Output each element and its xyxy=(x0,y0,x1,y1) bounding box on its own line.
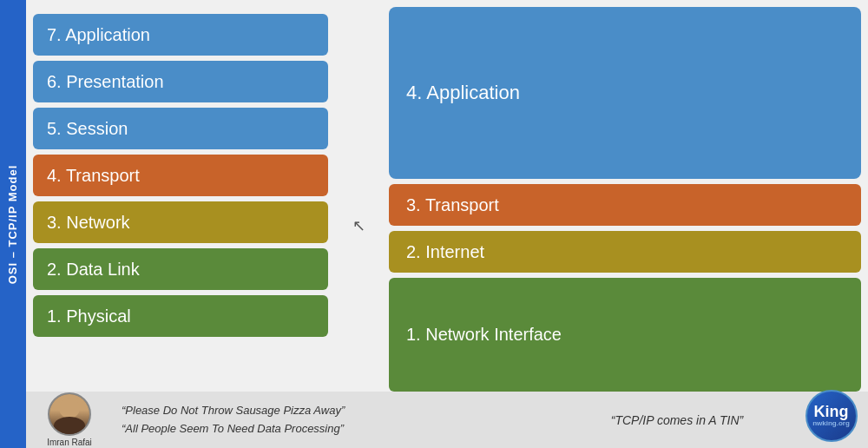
slide-content: 7. Application 6. Presentation 5. Sessio… xyxy=(26,0,868,448)
tcpip-layer-2-internet: 2. Internet xyxy=(389,231,861,273)
osi-layer-1: 1. Physical xyxy=(33,295,328,337)
tcpip-layer-1-network-interface: 1. Network Interface xyxy=(389,278,861,392)
osi-mnemonic: “Please Do Not Throw Sausage Pizza Away”… xyxy=(113,402,486,438)
osi-layer-4: 4. Transport xyxy=(33,155,328,196)
presenter-avatar-area: Imran Rafai xyxy=(35,392,104,447)
presenter-name: Imran Rafai xyxy=(47,438,92,447)
osi-layer-3: 3. Network xyxy=(33,201,328,243)
slide-background: OSI – TCP/IP Model 7. Application 6. Pre… xyxy=(0,0,868,448)
king-logo-circle: King nwking.org xyxy=(806,390,858,442)
cursor-icon: ↖ xyxy=(352,216,365,235)
vertical-label-bar: OSI – TCP/IP Model xyxy=(0,0,26,448)
avatar-head xyxy=(59,398,80,418)
main-content-area: 7. Application 6. Presentation 5. Sessio… xyxy=(26,0,868,392)
king-logo-text: King xyxy=(814,404,849,419)
king-logo-subtext: nwking.org xyxy=(812,419,850,427)
king-logo: King nwking.org xyxy=(803,387,859,444)
osi-layer-2: 2. Data Link xyxy=(33,248,328,290)
tcpip-column: 4. Application 3. Transport 2. Internet … xyxy=(389,7,861,392)
osi-layer-6: 6. Presentation xyxy=(33,61,328,102)
avatar-body xyxy=(54,417,85,434)
avatar xyxy=(48,392,91,436)
avatar-image xyxy=(49,394,89,434)
osi-mnemonic-line2: “All People Seem To Need Data Processing… xyxy=(122,420,486,438)
osi-column: 7. Application 6. Presentation 5. Sessio… xyxy=(33,7,328,392)
osi-layer-5: 5. Session xyxy=(33,108,328,149)
cursor-area: ↖ xyxy=(345,7,372,392)
osi-mnemonic-line1: “Please Do Not Throw Sausage Pizza Away” xyxy=(122,402,486,420)
bottom-bar: Imran Rafai “Please Do Not Throw Sausage… xyxy=(26,392,868,448)
tcpip-layer-3-transport: 3. Transport xyxy=(389,184,861,226)
vertical-label-text: OSI – TCP/IP Model xyxy=(7,164,20,284)
tcpip-layer-4-application: 4. Application xyxy=(389,7,861,179)
osi-layer-7: 7. Application xyxy=(33,14,328,56)
